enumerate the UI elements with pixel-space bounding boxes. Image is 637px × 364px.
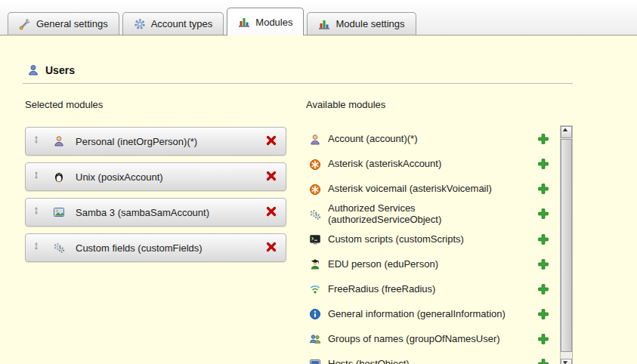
section-divider (23, 83, 573, 84)
module-label: Custom scripts (customScripts) (328, 234, 464, 245)
available-module-row: Hosts (hostObject) (306, 352, 557, 364)
add-module-button[interactable] (537, 308, 549, 321)
samba-icon (53, 206, 65, 218)
available-module-row: Groups of names (groupOfNamesUser) (306, 327, 557, 352)
drag-handle-icon[interactable] (32, 171, 42, 183)
available-modules-heading: Available modules (306, 99, 573, 110)
tools-icon (19, 18, 31, 30)
add-icon (537, 333, 549, 345)
gear-icon (134, 18, 146, 30)
person-icon (309, 134, 321, 146)
scroll-up-button[interactable] (561, 126, 572, 138)
selected-module-row: Personal (inetOrgPerson)(*) (25, 127, 286, 156)
add-icon (537, 283, 549, 295)
add-icon (537, 233, 549, 245)
add-module-button[interactable] (537, 283, 549, 296)
scroll-thumb[interactable] (561, 139, 572, 352)
account-type-header: Users (27, 64, 637, 76)
add-module-button[interactable] (537, 208, 549, 221)
selected-modules-column: Selected modules Personal (inetOrgPerson… (25, 99, 286, 364)
person-icon (53, 135, 65, 147)
asterisk-icon (309, 159, 321, 171)
module-label: Authorized Services (authorizedServiceOb… (328, 203, 523, 226)
drag-handle-icon[interactable] (32, 135, 42, 147)
modules-content: Users Selected modules Personal (inetOrg… (0, 64, 637, 364)
user-icon (27, 64, 39, 76)
module-label: General information (generalInformation) (328, 309, 506, 320)
available-module-row: Asterisk voicemail (asteriskVoicemail) (306, 177, 557, 202)
available-module-row: Custom scripts (customScripts) (306, 227, 557, 252)
add-module-button[interactable] (537, 233, 549, 246)
chart-icon (238, 16, 250, 28)
available-modules-list: Account (account)(*)Asterisk (asteriskAc… (306, 127, 557, 364)
scroll-down-button[interactable] (561, 359, 572, 364)
module-label: Unix (posixAccount) (76, 171, 163, 183)
terminal-icon (309, 233, 321, 245)
selected-module-row: Custom fields (customFields) (25, 233, 286, 262)
module-label: Custom fields (customFields) (76, 242, 203, 254)
add-icon (537, 358, 549, 364)
info-icon (309, 308, 321, 320)
asterisk-icon (309, 184, 321, 196)
scroll-down-icon (561, 359, 571, 364)
add-icon (537, 308, 549, 320)
delete-icon (265, 170, 277, 182)
group-icon (309, 333, 321, 345)
add-module-button[interactable] (537, 133, 549, 146)
tab-label: Modules (255, 17, 292, 28)
available-module-row: EDU person (eduPerson) (306, 252, 557, 277)
tab-label: Account types (151, 18, 213, 29)
module-label: FreeRadius (freeRadius) (328, 284, 435, 295)
module-columns: Selected modules Personal (inetOrgPerson… (25, 99, 637, 364)
add-icon (537, 158, 549, 170)
section-title: Users (45, 64, 75, 76)
add-icon (537, 183, 549, 195)
tab-general-settings[interactable]: General settings (8, 12, 119, 35)
module-label: Hosts (hostObject) (328, 359, 410, 364)
available-module-row: Asterisk (asteriskAccount) (306, 152, 557, 177)
module-label: Personal (inetOrgPerson)(*) (76, 136, 197, 147)
graduate-icon (309, 258, 321, 270)
module-label: Groups of names (groupOfNamesUser) (328, 334, 500, 345)
add-icon (537, 133, 549, 145)
remove-module-button[interactable] (264, 170, 278, 184)
chart-icon (318, 18, 330, 30)
drag-handle-icon[interactable] (32, 206, 42, 218)
delete-icon (265, 241, 277, 253)
available-module-row: General information (generalInformation) (306, 302, 557, 327)
selected-module-row: Samba 3 (sambaSamAccount) (25, 198, 286, 227)
module-label: Asterisk voicemail (asteriskVoicemail) (328, 184, 492, 195)
tab-label: Module settings (336, 18, 404, 29)
add-module-button[interactable] (537, 358, 549, 364)
tab-label: General settings (36, 18, 108, 29)
add-icon (537, 208, 549, 220)
selected-module-row: Unix (posixAccount) (25, 162, 286, 191)
penguin-icon (53, 171, 65, 183)
wifi-icon (309, 283, 321, 295)
remove-module-button[interactable] (264, 205, 278, 219)
tab-account-types[interactable]: Account types (122, 12, 224, 35)
module-label: Account (account)(*) (328, 134, 418, 145)
tab-module-settings[interactable]: Module settings (307, 12, 416, 35)
module-label: Samba 3 (sambaSamAccount) (76, 207, 209, 218)
scrollbar[interactable] (560, 125, 573, 364)
remove-module-button[interactable] (264, 241, 278, 254)
module-label: EDU person (eduPerson) (328, 259, 438, 270)
scroll-up-icon (561, 126, 571, 138)
selected-modules-list: Personal (inetOrgPerson)(*)Unix (posixAc… (25, 127, 286, 262)
gears-icon (309, 208, 321, 221)
available-modules-column: Available modules Account (account)(*)As… (306, 99, 573, 364)
remove-module-button[interactable] (264, 134, 278, 148)
drag-handle-icon[interactable] (32, 242, 42, 254)
tab-modules[interactable]: Modules (227, 8, 304, 35)
add-module-button[interactable] (537, 158, 549, 171)
gears-icon (53, 242, 65, 254)
add-module-button[interactable] (537, 258, 549, 271)
add-module-button[interactable] (537, 333, 549, 346)
add-icon (537, 258, 549, 270)
add-module-button[interactable] (537, 183, 549, 196)
delete-icon (265, 205, 277, 217)
selected-modules-heading: Selected modules (25, 99, 286, 110)
available-module-row: Authorized Services (authorizedServiceOb… (306, 202, 557, 227)
computer-icon (309, 358, 321, 364)
